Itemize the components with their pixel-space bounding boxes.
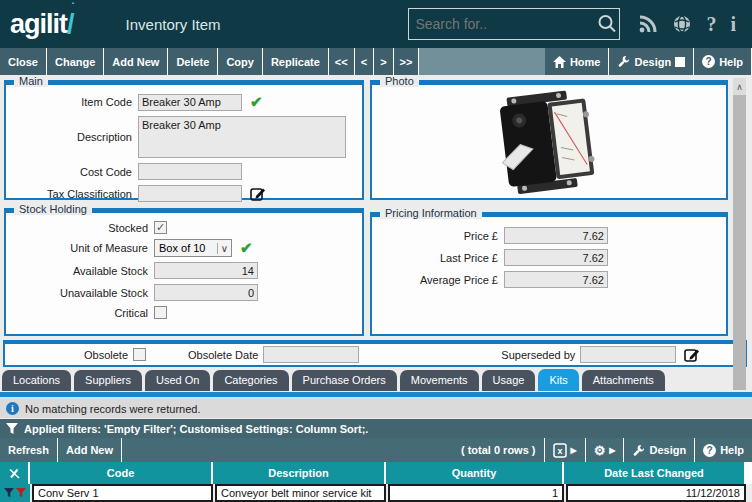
average-price-input[interactable] [504,271,608,288]
refresh-button[interactable]: Refresh [0,438,58,462]
add-new-button[interactable]: Add New [104,48,168,75]
cell-description[interactable]: Conveyor belt minor service kit [215,484,386,502]
prev-record-button[interactable]: < [355,48,374,75]
tab-locations[interactable]: Locations [2,370,71,391]
obsolete-checkbox[interactable] [133,348,146,361]
search-box[interactable] [408,8,620,40]
tab-purchase-orders[interactable]: Purchase Orders [292,370,397,391]
critical-checkbox[interactable] [154,306,167,319]
unit-of-measure-label: Unit of Measure [6,242,154,254]
copy-button[interactable]: Copy [218,48,263,75]
superseded-by-input[interactable] [580,346,676,363]
tax-edit-icon[interactable] [250,186,266,202]
help-icon: ? [702,55,715,68]
tab-categories[interactable]: Categories [213,370,288,391]
obsolete-date-input[interactable] [263,346,359,363]
search-input[interactable] [415,16,596,32]
search-icon[interactable] [596,13,618,35]
close-button[interactable]: Close [0,48,47,75]
superseded-edit-icon[interactable] [684,347,700,363]
grid-design-button[interactable]: Design [624,438,695,462]
grid-toolbar: Refresh Add New ( total 0 rows ) x ▶ ⚙ ▶… [0,438,752,462]
question-icon[interactable]: ? [706,13,716,36]
stocked-checkbox[interactable]: ✓ [154,221,167,234]
help-button[interactable]: ? Help [694,48,752,75]
grid-add-new-button[interactable]: Add New [58,438,122,462]
column-header-description[interactable]: Description [213,462,386,484]
grid-design-label: Design [649,444,686,456]
home-button[interactable]: Home [545,48,610,75]
pencil-slash-icon [8,467,21,480]
column-header-code[interactable]: Code [30,462,213,484]
last-price-input[interactable] [504,249,608,266]
uom-valid-check-icon: ✔ [240,239,253,257]
design-toggle-square[interactable] [675,57,685,67]
vertical-scrollbar[interactable]: ∧ [733,78,746,390]
item-code-input[interactable] [138,94,242,111]
excel-export-icon: x [553,443,567,458]
grid-settings-button[interactable]: ⚙ ▶ [586,438,625,462]
app-header: agilit/ Inventory Item ? i [0,0,752,48]
tab-attachments[interactable]: Attachments [582,370,665,391]
tab-movements[interactable]: Movements [400,370,479,391]
obsolete-date-label: Obsolete Date [188,349,258,361]
home-label: Home [570,56,601,68]
unavailable-stock-input[interactable] [154,284,258,301]
obsolete-label: Obsolete [5,349,133,361]
grid-wrench-icon [632,444,645,457]
settings-menu-arrow-icon: ▶ [609,446,615,455]
row-filter-icons-cell[interactable] [0,484,30,502]
cost-code-input[interactable] [138,163,242,180]
main-legend: Main [14,75,48,87]
unavailable-stock-label: Unavailable Stock [6,287,154,299]
logo-text: agilit [10,9,67,39]
column-header-quantity[interactable]: Quantity [386,462,564,484]
tab-usage[interactable]: Usage [482,370,536,391]
last-record-button[interactable]: >> [394,48,420,75]
info-icon[interactable]: i [730,13,736,36]
design-button[interactable]: Design [609,48,694,75]
kits-table-header: Code Description Quantity Date Last Chan… [0,462,752,484]
available-stock-input[interactable] [154,262,258,279]
change-button[interactable]: Change [47,48,104,75]
tab-used-on[interactable]: Used On [145,370,210,391]
column-header-date-last-changed[interactable]: Date Last Changed [564,462,744,484]
price-label: Price £ [372,230,504,242]
description-textarea[interactable]: Breaker 30 Amp [138,116,346,158]
edit-column-header[interactable] [0,462,30,484]
scrollbar-up-button[interactable]: ∧ [733,78,746,95]
superseded-by-label: Superseded by [501,349,575,361]
rss-icon[interactable] [638,14,658,34]
photo-legend: Photo [380,75,419,87]
tab-kits[interactable]: Kits [538,369,578,391]
help-label: Help [719,56,743,68]
row-funnel-dark-icon [4,488,14,498]
home-icon [553,56,566,68]
grid-filter-bar: Applied filters: 'Empty Filter'; Customi… [0,419,752,438]
globe-icon[interactable] [672,14,692,34]
cell-date-last-changed[interactable]: 11/12/2018 [566,484,746,502]
export-excel-button[interactable]: x ▶ [545,438,586,462]
replicate-button[interactable]: Replicate [263,48,329,75]
design-label: Design [634,56,671,68]
svg-text:x: x [557,446,562,456]
valid-check-icon: ✔ [250,93,263,111]
grid-help-button[interactable]: ? Help [695,438,752,462]
cell-quantity[interactable]: 1 [388,484,564,502]
table-row[interactable]: Conv Serv 1 Conveyor belt minor service … [0,484,752,502]
item-photo [372,85,726,198]
grid-info-message: No matching records were returned. [25,403,200,415]
critical-label: Critical [6,307,154,319]
cell-code[interactable]: Conv Serv 1 [32,484,213,502]
stock-holding-fieldset: Stock Holding Stocked ✓ Unit of Measure … [4,208,364,336]
header-icon-group: ? i [638,13,736,36]
delete-button[interactable]: Delete [168,48,218,75]
tax-classification-input[interactable] [138,185,242,202]
gears-icon: ⚙ [594,443,606,458]
tab-suppliers[interactable]: Suppliers [74,370,142,391]
next-record-button[interactable]: > [374,48,393,75]
price-input[interactable] [504,227,608,244]
grid-info-bar: i No matching records were returned. [0,399,752,418]
first-record-button[interactable]: << [329,48,355,75]
unit-of-measure-select[interactable]: Box of 10 ∨ [154,239,232,257]
